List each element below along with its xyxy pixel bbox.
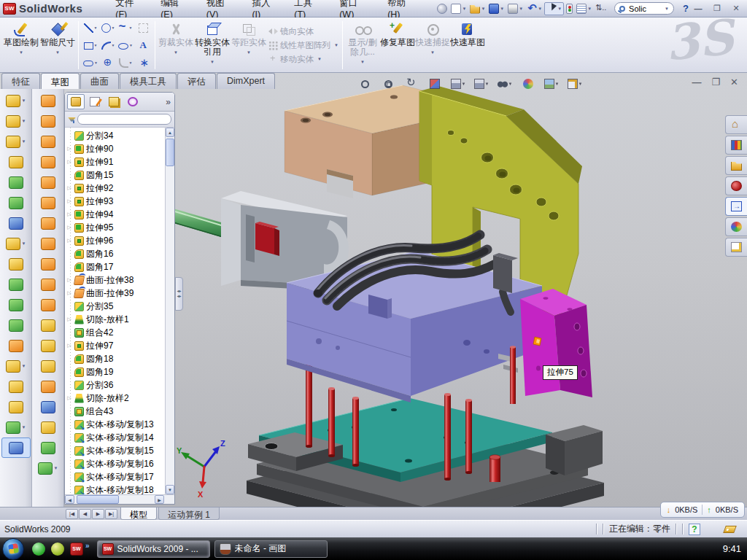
quick-launch-messenger-icon[interactable]: [31, 542, 46, 556]
propertymanager-tab[interactable]: [86, 94, 104, 109]
ribbon-tab[interactable]: 曲面: [80, 73, 119, 89]
tray-update-icon[interactable]: [627, 543, 638, 554]
task-button[interactable]: SW SolidWorks 2009 - ...: [97, 540, 210, 558]
expand-arrow-icon[interactable]: ▷: [66, 211, 72, 217]
dropdown-caret[interactable]: ▼: [500, 7, 504, 11]
more-tabs-button[interactable]: »: [166, 97, 172, 107]
tree-item[interactable]: ▷ 拉伸90: [66, 142, 165, 155]
swept-boss-button[interactable]: ▼: [1, 152, 31, 172]
lofted-surface-button[interactable]: ▼: [34, 131, 63, 152]
scroll-left-button[interactable]: ◀: [65, 495, 74, 504]
dropdown-caret[interactable]: ▼: [22, 425, 26, 429]
tree-item[interactable]: ▷ 圆角16: [66, 247, 165, 260]
extruded-boss-button[interactable]: ▼: [1, 90, 31, 111]
dropdown-caret[interactable]: ▼: [22, 364, 26, 368]
model-selected-extrude-block[interactable]: [520, 289, 592, 397]
tray-keyboard-icon[interactable]: [581, 543, 592, 554]
tree-item[interactable]: ▷ 拉伸97: [66, 339, 165, 352]
dropdown-caret[interactable]: ▼: [210, 58, 214, 67]
tree-item[interactable]: ▷ 圆角19: [66, 365, 165, 378]
tree-item[interactable]: ▷ 曲面-拉伸38: [66, 273, 165, 287]
filter-input[interactable]: [77, 114, 171, 125]
scroll-thumb[interactable]: [166, 139, 174, 166]
command-button[interactable]: 转换实体引用 ▼: [194, 20, 231, 71]
plane-button[interactable]: ▼: [1, 376, 31, 397]
command-button[interactable]: 修复草图 ▼: [380, 20, 415, 71]
close-button[interactable]: ✕: [729, 3, 743, 14]
dropdown-caret[interactable]: ▼: [462, 82, 466, 86]
model-stop-pin[interactable]: [489, 455, 500, 482]
dropdown-caret[interactable]: ▼: [481, 7, 485, 11]
solidworks-resources-tab[interactable]: [725, 115, 747, 134]
expand-arrow-icon[interactable]: ▷: [66, 290, 72, 296]
panel-splitter-handle[interactable]: ◂▸◂▸: [175, 277, 183, 311]
lofted-boss-button[interactable]: ▼: [1, 172, 31, 192]
last-tab-button[interactable]: ▶|: [105, 509, 117, 519]
view-orientation-icon[interactable]: ▼: [449, 77, 467, 91]
expand-arrow-icon[interactable]: ▷: [66, 343, 72, 349]
revolved-surface-button[interactable]: ▼: [34, 111, 63, 131]
tree-item[interactable]: ▷ 实体-移动/复制17: [66, 470, 165, 483]
dropdown-caret[interactable]: ▼: [22, 241, 26, 246]
dropdown-caret[interactable]: ▼: [174, 48, 178, 58]
dropdown-caret[interactable]: ▼: [22, 119, 26, 123]
tree-item[interactable]: ▷ 曲面-拉伸39: [66, 287, 165, 300]
sketch-tool-button[interactable]: ▼: [135, 39, 151, 52]
sketch-tool-button[interactable]: ▼: [135, 21, 151, 34]
sketch-tool-button[interactable]: ▼: [117, 56, 133, 69]
dropdown-caret[interactable]: ▼: [360, 58, 365, 67]
command-button[interactable]: 显示/删除几... ▼: [345, 20, 380, 71]
combine-button[interactable]: ▼: [1, 315, 31, 335]
select-icon[interactable]: ▼: [544, 2, 564, 15]
tray-volume-icon[interactable]: [642, 543, 653, 554]
reference-point-button[interactable]: ▼: [1, 356, 31, 376]
sketch-tool-button[interactable]: ▼: [82, 56, 98, 69]
search-input[interactable]: [627, 4, 662, 14]
dropdown-caret[interactable]: ▼: [538, 7, 542, 11]
quick-launch-solidworks-icon[interactable]: SW: [69, 542, 84, 556]
dropdown-caret[interactable]: ▼: [317, 57, 322, 61]
delete-hole-button[interactable]: ▼: [34, 295, 63, 315]
helix-button[interactable]: ▼: [1, 417, 31, 438]
zoom-area-icon[interactable]: ▼: [379, 77, 397, 91]
apply-scene-icon[interactable]: ▼: [543, 77, 560, 91]
print-icon[interactable]: ▼: [506, 3, 525, 15]
dropdown-caret[interactable]: ▼: [519, 7, 523, 11]
ribbon-tab[interactable]: 特征: [1, 73, 40, 89]
dropdown-caret[interactable]: ▼: [578, 82, 583, 86]
swept-surface-button[interactable]: ▼: [34, 90, 63, 111]
ribbon-tab[interactable]: DimXpert: [217, 73, 275, 89]
axis-button[interactable]: ▼: [1, 397, 31, 417]
document-tab[interactable]: 模型: [120, 508, 157, 520]
tree-vertical-scrollbar[interactable]: ▲ ▼: [165, 128, 174, 494]
linear-pattern-button[interactable]: ▼: [1, 233, 31, 254]
expand-arrow-icon[interactable]: ▷: [66, 225, 72, 230]
trim-surface-button[interactable]: ▼: [34, 254, 63, 274]
save-icon[interactable]: ▼: [487, 3, 506, 15]
dropdown-caret[interactable]: ▼: [508, 82, 513, 86]
dropdown-caret[interactable]: ▼: [54, 466, 58, 470]
filled-surface-button[interactable]: ▼: [34, 172, 63, 192]
tree-item[interactable]: ▷ 分割34: [66, 129, 165, 142]
tree-item[interactable]: ▷ 切除-放样1: [66, 313, 165, 326]
options-icon[interactable]: ▼: [575, 3, 593, 15]
tree-item[interactable]: ▷ 切除-放样2: [66, 392, 165, 405]
tree-horizontal-scrollbar[interactable]: ◀ ▶: [65, 494, 174, 504]
shell-button[interactable]: ▼: [1, 254, 31, 274]
extruded-cut-button[interactable]: ▼: [1, 111, 31, 131]
quick-launch-security-icon[interactable]: [50, 542, 65, 556]
sketch-tool-button[interactable]: ▼: [117, 21, 133, 34]
fillet-surface-button[interactable]: ▼: [34, 417, 63, 438]
fillet-button[interactable]: ▼: [1, 131, 31, 152]
tree-item[interactable]: ▷ 实体-移动/复制13: [66, 418, 165, 431]
knit-surface-button[interactable]: ▼: [34, 233, 63, 254]
graphics-area[interactable]: Y Z X 特征草图曲面模具工具评估DimXpert ▼▼▼▼▼▼▼▼▼▼ —❐…: [0, 73, 747, 507]
search-dropdown-caret[interactable]: ▼: [665, 7, 669, 11]
tree-item[interactable]: ▷ 拉伸92: [66, 182, 165, 195]
new-document-icon[interactable]: ▼: [449, 3, 468, 15]
delete-face-button[interactable]: ▼: [34, 315, 63, 335]
zoom-fit-icon[interactable]: ▼: [356, 77, 374, 91]
sketch-tool-button[interactable]: ▼: [100, 56, 116, 69]
command-button[interactable]: 镜向实体 ▼: [268, 26, 338, 38]
tree-item[interactable]: ▷ 拉伸96: [66, 234, 165, 247]
